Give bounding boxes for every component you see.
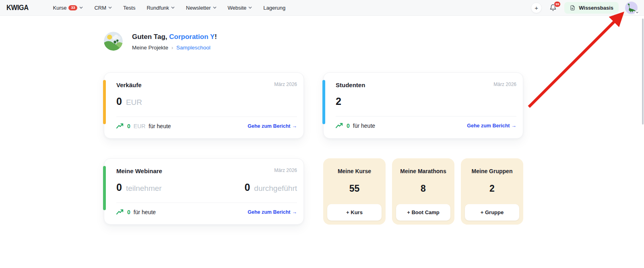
avatar-menu-chevron[interactable] (635, 10, 639, 15)
plus-icon: + (535, 4, 538, 11)
webinars-held-value: 0 (244, 182, 250, 192)
knowledge-base-button[interactable]: Wissensbasis (564, 2, 619, 14)
add-course-button[interactable]: + Kurs (327, 204, 382, 221)
card-title: Verkäufe (116, 82, 142, 88)
marathons-count: 8 (421, 183, 426, 194)
webinars-participants-unit: teilnehmer (126, 184, 162, 193)
nav-item-label: Website (228, 5, 247, 11)
webinars-report-link[interactable]: Gehe zum Bericht → (248, 209, 297, 215)
chevron-down-icon (248, 6, 252, 9)
webinars-card: Meine Webinare März 2026 0 teilnehmer 0 … (104, 158, 304, 225)
report-link-label: Gehe zum Bericht (467, 123, 510, 129)
trending-up-icon (116, 123, 124, 129)
trending-up-icon (336, 123, 343, 129)
arrow-right-icon: → (292, 123, 297, 129)
mini-card-title: Meine Gruppen (472, 168, 513, 174)
arrow-right-icon: → (512, 123, 517, 129)
nav-item-crm[interactable]: CRM (94, 5, 112, 11)
my-courses-card: Meine Kurse 55 + Kurs (323, 158, 386, 225)
sales-accent-bar (103, 80, 106, 124)
chevron-down-icon (636, 12, 638, 13)
webinars-held-unit: durchgeführt (254, 184, 297, 193)
greeting-prefix: Guten Tag, (132, 33, 169, 41)
kwiga-dashboard: KWIGA Kurse 33 CRM Tests Rundfunk Newsle… (0, 0, 644, 268)
card-period: März 2026 (493, 82, 516, 87)
breadcrumb-separator: › (171, 45, 173, 51)
delta-label: für heute (353, 123, 375, 129)
topbar-actions: + 99 Wissensbasis (531, 2, 638, 14)
groups-count: 2 (489, 183, 495, 194)
main-menu: Kurse 33 CRM Tests Rundfunk Newsletter W… (53, 5, 286, 11)
breadcrumb-projects-link[interactable]: Meine Projekte (132, 45, 168, 51)
my-marathons-card: Meine Marathons 8 + Boot Camp (392, 158, 454, 225)
landscape-avatar-image (104, 32, 123, 51)
nav-item-label: Lagerung (263, 5, 285, 11)
delta-value: 0 (347, 123, 350, 129)
chevron-down-icon (171, 6, 175, 9)
project-avatar[interactable] (104, 32, 123, 51)
kwiga-logo[interactable]: KWIGA (6, 4, 29, 12)
user-avatar[interactable] (625, 2, 638, 14)
nav-item-label: Kurse (53, 5, 67, 11)
kurse-count-badge: 33 (68, 5, 77, 10)
knowledge-base-label: Wissensbasis (579, 5, 613, 11)
nav-item-tests[interactable]: Tests (123, 5, 135, 11)
sales-unit: EUR (126, 98, 142, 107)
nav-item-lagerung[interactable]: Lagerung (263, 5, 285, 11)
chevron-down-icon (79, 6, 83, 9)
card-period: März 2026 (274, 82, 297, 87)
add-bootcamp-button[interactable]: + Boot Camp (396, 204, 450, 221)
card-title: Studenten (336, 82, 365, 88)
nav-item-label: Rundfunk (147, 5, 169, 11)
vertical-scrollbar[interactable] (642, 18, 644, 125)
breadcrumb-current-school[interactable]: Sampleschool (176, 45, 211, 51)
delta-label: für heute (134, 209, 156, 215)
add-group-button[interactable]: + Gruppe (465, 204, 519, 221)
notifications-count-badge: 99 (554, 1, 561, 7)
my-groups-card: Meine Gruppen 2 + Gruppe (461, 158, 523, 225)
students-card: Studenten März 2026 2 0 für heute Gehe z… (323, 72, 523, 139)
sales-today-delta: 0 EUR für heute (116, 123, 171, 129)
nav-item-website[interactable]: Website (228, 5, 252, 11)
delta-label: für heute (149, 123, 171, 129)
card-period: März 2026 (274, 168, 297, 173)
students-report-link[interactable]: Gehe zum Bericht → (467, 123, 516, 129)
delta-unit: EUR (134, 123, 146, 129)
report-link-label: Gehe zum Bericht (248, 123, 290, 129)
page-title: Guten Tag, Corporation Y! (132, 33, 217, 41)
webinars-accent-bar (103, 166, 106, 210)
nav-item-kurse[interactable]: Kurse 33 (53, 5, 83, 11)
report-link-label: Gehe zum Bericht (248, 209, 290, 215)
annotation-arrow-to-avatar (522, 6, 632, 112)
webinars-participants-value: 0 (116, 182, 122, 192)
students-today-delta: 0 für heute (336, 123, 375, 129)
delta-value: 0 (127, 209, 130, 215)
trending-up-icon (116, 209, 124, 215)
mini-card-title: Meine Kurse (338, 168, 371, 174)
chevron-down-icon (213, 6, 217, 9)
card-title: Meine Webinare (116, 168, 162, 174)
students-value: 2 (336, 96, 341, 106)
knowledge-base-icon (570, 5, 576, 11)
sales-value: 0 (116, 96, 122, 106)
sales-report-link[interactable]: Gehe zum Bericht → (248, 123, 297, 129)
nav-item-newsletter[interactable]: Newsletter (186, 5, 216, 11)
mini-card-title: Meine Marathons (400, 168, 446, 174)
delta-value: 0 (127, 123, 130, 129)
nav-item-label: Newsletter (186, 5, 211, 11)
students-accent-bar (322, 80, 325, 124)
webinars-today-delta: 0 für heute (116, 209, 156, 215)
account-name: Corporation Y (169, 33, 215, 41)
nav-item-label: Tests (123, 5, 135, 11)
arrow-right-icon: → (292, 209, 297, 215)
sales-card: Verkäufe März 2026 0 EUR 0 EUR für heute… (104, 72, 304, 139)
notifications-button[interactable]: 99 (548, 3, 558, 12)
greeting-suffix: ! (215, 33, 217, 41)
top-navigation-bar: KWIGA Kurse 33 CRM Tests Rundfunk Newsle… (0, 0, 644, 16)
courses-count: 55 (349, 183, 360, 194)
nav-item-rundfunk[interactable]: Rundfunk (147, 5, 175, 11)
chevron-down-icon (108, 6, 112, 9)
nav-item-label: CRM (94, 5, 106, 11)
greeting-block: Guten Tag, Corporation Y! Meine Projekte… (132, 33, 217, 51)
add-button[interactable]: + (531, 2, 542, 13)
